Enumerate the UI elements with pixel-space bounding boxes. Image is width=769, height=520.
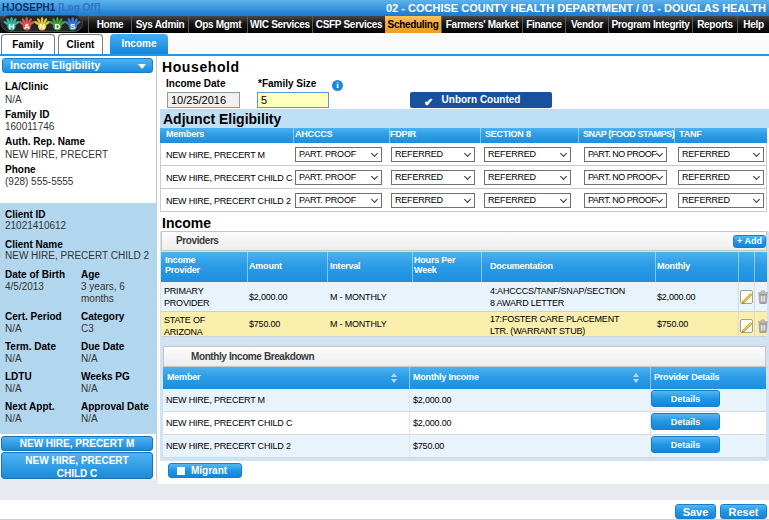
svg-text:A: A (24, 22, 30, 31)
svg-text:S: S (70, 22, 76, 31)
svg-text:D: D (55, 22, 61, 31)
svg-text:H: H (9, 22, 15, 31)
svg-text:N: N (39, 22, 45, 31)
